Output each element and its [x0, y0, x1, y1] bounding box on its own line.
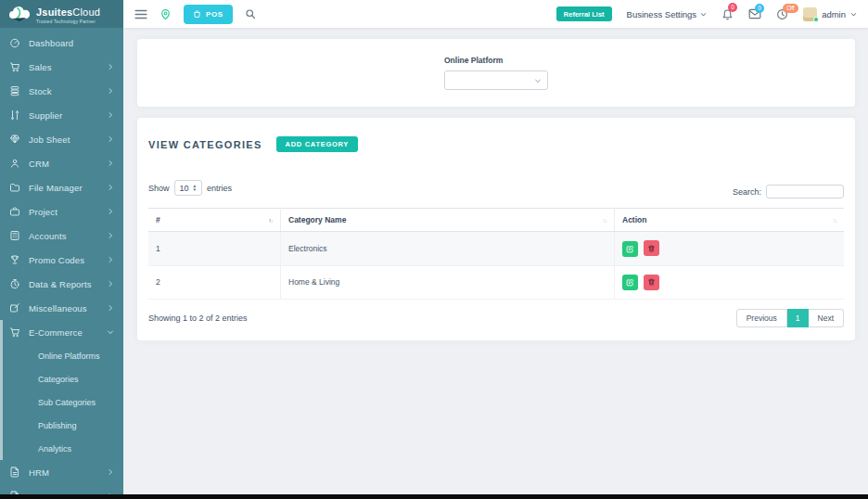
location-pin-icon[interactable] — [160, 8, 172, 20]
sidebar-item-ecommerce[interactable]: E-Commerce — [3, 320, 123, 344]
row-number-cell: 1 — [148, 232, 281, 266]
column-header-number[interactable]: #↑↓ — [148, 209, 281, 232]
action-cell — [615, 265, 845, 300]
chevron-right-icon — [107, 468, 114, 476]
edit-button[interactable] — [622, 241, 638, 257]
cart-icon — [9, 326, 20, 338]
username: admin — [822, 9, 846, 19]
row-number-cell: 2 — [148, 265, 281, 300]
notifications-bell[interactable]: 0 — [721, 7, 734, 20]
document-icon — [9, 467, 20, 478]
search-input[interactable] — [766, 185, 844, 198]
sidebar-subitem-online-platforms[interactable]: Online Platforms — [3, 344, 123, 367]
sidebar-subitem-sub-categories[interactable]: Sub Categories — [3, 390, 123, 414]
users-icon — [9, 158, 20, 169]
search-label: Search: — [733, 187, 761, 197]
sidebar-item-data-reports[interactable]: Data & Reports — [0, 272, 123, 296]
current-page-button[interactable]: 1 — [787, 309, 809, 327]
sidebar-item-crm[interactable]: CRM — [0, 151, 123, 175]
sort-icon: ↑↓ — [269, 217, 274, 224]
sidebar-item-hrm[interactable]: HRM — [0, 460, 123, 484]
sidebar-item-sales[interactable]: Sales — [0, 55, 123, 79]
sidebar-item-accounts[interactable]: Accounts — [0, 224, 123, 248]
column-header-action[interactable]: Action↑↓ — [615, 209, 845, 232]
ecommerce-group: E-Commerce Online Platforms Categories S… — [0, 320, 123, 460]
stopwatch-icon — [9, 278, 20, 289]
sidebar-item-miscellaneous[interactable]: Miscellaneous — [0, 296, 123, 320]
sliders-icon — [9, 109, 20, 121]
brand-name: JsuitesCloud — [36, 6, 100, 18]
gem-icon — [9, 134, 20, 145]
top-bar: POS Referral List Business Settings 0 0 … — [123, 0, 868, 28]
delete-button[interactable] — [644, 275, 659, 290]
clock-off-badge: Off — [783, 4, 798, 13]
sidebar-subitem-analytics[interactable]: Analytics — [3, 437, 123, 460]
speedometer-icon — [9, 37, 20, 48]
add-category-button[interactable]: ADD CATEGORY — [276, 136, 358, 152]
chevron-right-icon — [107, 184, 114, 191]
folder-icon — [9, 182, 20, 193]
online-platform-select[interactable] — [444, 70, 548, 90]
caret-down-icon — [534, 77, 542, 84]
next-page-button[interactable]: Next — [809, 309, 844, 327]
briefcase-icon — [9, 206, 20, 217]
previous-page-button[interactable]: Previous — [736, 309, 787, 327]
pos-button[interactable]: POS — [184, 5, 233, 24]
chevron-right-icon — [107, 63, 114, 70]
layers-icon — [9, 85, 20, 96]
trophy-icon — [9, 254, 20, 265]
sidebar-subitem-categories[interactable]: Categories — [3, 367, 123, 390]
categories-card: VIEW CATEGORIES ADD CATEGORY Show 10 ▲▼ … — [137, 118, 855, 340]
brand-tagline: Trusted Technology Partner — [36, 20, 100, 25]
chevron-right-icon — [107, 135, 114, 143]
app-window: JsuitesCloud Trusted Technology Partner … — [0, 0, 868, 499]
messages-badge: 0 — [755, 4, 764, 13]
categories-table: #↑↓ Category Name↑↓ Action↑↓ 1 Electroni… — [148, 208, 844, 300]
cloud-logo-icon — [7, 6, 32, 22]
sidebar-subitem-publishing[interactable]: Publishing — [3, 414, 123, 437]
edit-button[interactable] — [622, 275, 638, 290]
entries-summary: Showing 1 to 2 of 2 entries — [148, 313, 248, 323]
sidebar-item-supplier[interactable]: Supplier — [0, 103, 123, 127]
hamburger-menu-icon[interactable] — [134, 9, 147, 19]
cart-icon — [9, 61, 20, 72]
category-name-cell: Electronics — [281, 232, 615, 266]
online-status-dot — [813, 17, 819, 22]
pagination: Previous 1 Next — [736, 309, 844, 327]
business-settings-dropdown[interactable]: Business Settings — [627, 9, 708, 19]
sidebar-item-project[interactable]: Project — [0, 199, 123, 224]
chevron-right-icon — [107, 232, 114, 239]
topbar-right-cluster: Referral List Business Settings 0 0 Off … — [556, 6, 857, 21]
sidebar-item-file-manager[interactable]: File Manager — [0, 175, 123, 199]
delete-button[interactable] — [644, 240, 659, 256]
table-search-control: Search: — [733, 185, 844, 198]
page-title: VIEW CATEGORIES — [148, 139, 262, 150]
referral-list-button[interactable]: Referral List — [556, 6, 612, 21]
sort-icon: ↑↓ — [603, 217, 607, 224]
caret-down-icon — [700, 11, 707, 18]
sidebar-item-job-sheet[interactable]: Job Sheet — [0, 127, 123, 151]
entries-select[interactable]: 10 ▲▼ — [174, 180, 203, 196]
sidebar-item-stock[interactable]: Stock — [0, 79, 123, 103]
calculator-icon — [9, 230, 20, 241]
online-platform-label: Online Platform — [444, 56, 548, 65]
chevron-right-icon — [107, 160, 114, 167]
table-row: 2 Home & Living — [148, 265, 844, 300]
table-row: 1 Electronics — [148, 232, 844, 266]
user-menu[interactable]: admin — [803, 7, 857, 21]
sidebar-item-promo-codes[interactable]: Promo Codes — [0, 248, 123, 272]
select-arrows-icon: ▲▼ — [193, 185, 198, 191]
chevron-right-icon — [107, 304, 114, 312]
notification-badge: 0 — [728, 3, 737, 12]
show-label: Show — [148, 184, 170, 193]
column-header-category-name[interactable]: Category Name↑↓ — [281, 209, 615, 232]
window-bottom-edge — [0, 494, 868, 499]
chevron-down-icon — [107, 328, 114, 336]
sidebar-item-dashboard[interactable]: Dashboard — [0, 31, 123, 55]
brand-logo[interactable]: JsuitesCloud Trusted Technology Partner — [0, 0, 123, 28]
messages[interactable]: 0 — [748, 8, 761, 19]
action-cell — [615, 232, 845, 266]
sidebar: JsuitesCloud Trusted Technology Partner … — [0, 0, 123, 494]
clock-status[interactable]: Off — [776, 8, 788, 20]
search-icon[interactable] — [245, 8, 256, 19]
